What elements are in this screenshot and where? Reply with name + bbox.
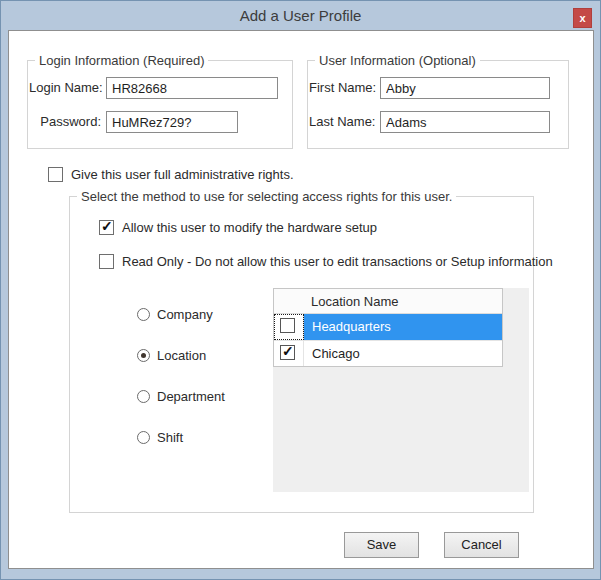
- last-name-label: Last Name:: [309, 111, 375, 133]
- radio-company-label[interactable]: Company: [157, 308, 213, 321]
- dialog-window: Add a User Profile x Login Information (…: [0, 0, 601, 580]
- login-name-input[interactable]: [106, 77, 278, 99]
- login-group-legend: Login Information (Required): [35, 53, 208, 68]
- password-label: Password:: [29, 111, 101, 133]
- admin-rights-label[interactable]: Give this user full administrative right…: [71, 167, 294, 182]
- close-button[interactable]: x: [573, 8, 592, 28]
- save-button[interactable]: Save: [344, 532, 419, 558]
- headquarters-checkbox[interactable]: [280, 318, 295, 333]
- row-checkbox-cell: [274, 314, 304, 340]
- login-group: Login Information (Required): [27, 53, 293, 149]
- row-location-name[interactable]: Chicago: [304, 341, 360, 366]
- title-bar[interactable]: Add a User Profile: [1, 1, 600, 31]
- user-group-legend: User Information (Optional): [315, 53, 480, 68]
- grid-header-row: Location Name: [274, 289, 502, 314]
- chicago-checkbox[interactable]: ✓: [280, 345, 295, 360]
- readonly-checkbox[interactable]: [99, 254, 114, 269]
- access-group-legend: Select the method to use for selecting a…: [77, 189, 456, 204]
- hardware-setup-checkbox[interactable]: ✓: [99, 220, 114, 235]
- close-icon: x: [579, 12, 585, 24]
- password-input[interactable]: [106, 111, 238, 133]
- admin-rights-checkbox[interactable]: [48, 167, 63, 182]
- first-name-label: First Name:: [309, 77, 375, 99]
- location-grid: Location Name Headquarters ✓ Chicago: [273, 288, 503, 367]
- radio-shift-label[interactable]: Shift: [157, 431, 183, 444]
- readonly-label[interactable]: Read Only - Do not allow this user to ed…: [122, 254, 553, 269]
- last-name-input[interactable]: [380, 111, 550, 133]
- table-row-chicago[interactable]: ✓ Chicago: [274, 340, 502, 366]
- cancel-button[interactable]: Cancel: [444, 532, 519, 558]
- radio-location[interactable]: [137, 349, 150, 362]
- hardware-setup-label[interactable]: Allow this user to modify the hardware s…: [122, 220, 377, 235]
- dialog-title: Add a User Profile: [240, 7, 362, 24]
- checkmark-icon: ✓: [101, 218, 113, 234]
- radio-department-label[interactable]: Department: [157, 390, 225, 403]
- dialog-content: Login Information (Required) Login Name:…: [8, 30, 594, 569]
- first-name-input[interactable]: [380, 77, 550, 99]
- grid-header-location-name: Location Name: [311, 294, 398, 309]
- radio-shift[interactable]: [137, 431, 150, 444]
- login-name-label: Login Name:: [29, 77, 101, 99]
- radio-company[interactable]: [137, 308, 150, 321]
- row-checkbox-cell: ✓: [274, 341, 304, 366]
- radio-location-label[interactable]: Location: [157, 349, 206, 362]
- location-list: Location Name Headquarters ✓ Chicago: [273, 288, 529, 492]
- checkmark-icon: ✓: [282, 343, 294, 359]
- user-group: User Information (Optional): [307, 53, 569, 149]
- radio-department[interactable]: [137, 390, 150, 403]
- list-empty-area: [273, 366, 529, 492]
- table-row-headquarters[interactable]: Headquarters: [274, 314, 502, 340]
- row-location-name[interactable]: Headquarters: [304, 314, 391, 340]
